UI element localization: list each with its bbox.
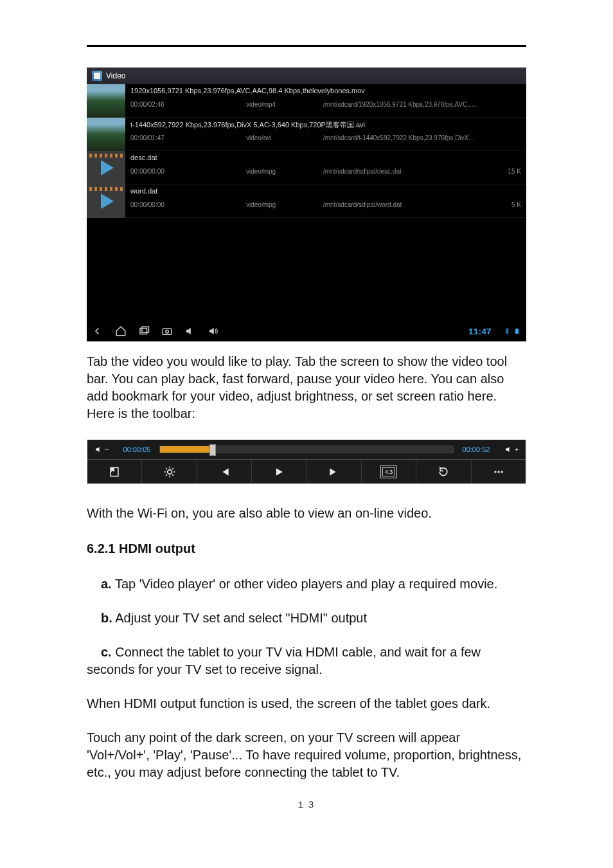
video-item[interactable]: word.dat 00:00/00:00 video/mpg /mnt/sdca… (87, 185, 526, 218)
battery-icon (513, 327, 521, 335)
aspect-ratio-button[interactable]: 4:3 (362, 460, 416, 484)
volume-minus-button[interactable]: − (89, 445, 114, 454)
video-thumbnail (87, 84, 125, 118)
video-item[interactable]: 1920x1056,9721 Kbps,23.976fps,AVC,AAC,98… (87, 84, 526, 118)
svg-rect-5 (517, 329, 518, 330)
video-app-screenshot: Video 1920x1056,9721 Kbps,23.976fps,AVC,… (87, 68, 526, 341)
section-title: 6.2.1 HDMI output (87, 541, 526, 556)
step-b: b. Adjust your TV set and select "HDMI" … (87, 610, 526, 627)
svg-rect-2 (163, 329, 172, 334)
page-number: １３ (87, 799, 526, 811)
brightness-button[interactable] (142, 460, 197, 484)
step-c: c. Connect the tablet to your TV via HDM… (87, 644, 526, 678)
system-navbar: 11:47 (87, 321, 526, 341)
play-button[interactable] (252, 460, 306, 484)
video-duration: 00:00/02:46 (130, 101, 246, 115)
video-thumbnail-generic (87, 185, 125, 218)
time-total: 00:00:52 (454, 446, 499, 453)
paragraph: With the Wi-Fi on, you are also able to … (87, 505, 526, 522)
next-button[interactable] (307, 460, 362, 484)
video-size: 5 K (476, 201, 521, 215)
seek-track[interactable] (159, 446, 454, 453)
video-size (476, 134, 521, 149)
horizontal-rule (87, 45, 526, 47)
video-item[interactable]: desc.dat 00:00/00:00 video/mpg /mnt/sdca… (87, 151, 526, 185)
video-size: 15 K (476, 168, 521, 182)
video-list: 1920x1056,9721 Kbps,23.976fps,AVC,AAC,98… (87, 84, 526, 218)
rotate-button[interactable] (416, 460, 471, 484)
volume-down-icon[interactable] (184, 325, 196, 337)
step-a: a. Tap 'Video player' or other video pla… (87, 575, 526, 593)
svg-rect-1 (142, 327, 149, 332)
volume-plus-button[interactable]: + (499, 445, 524, 454)
svg-point-7 (167, 469, 172, 474)
previous-button[interactable] (197, 460, 252, 484)
paragraph: Tab the video you would like to play. Ta… (87, 353, 526, 422)
video-thumbnail (87, 118, 125, 151)
recent-icon[interactable] (138, 325, 150, 337)
svg-point-3 (166, 330, 169, 334)
video-app-icon (92, 71, 102, 81)
video-type: video/mp4 (246, 101, 323, 115)
video-type: video/avi (246, 134, 323, 149)
status-clock: 11:47 (468, 327, 492, 336)
video-title: word.dat (130, 187, 521, 201)
video-title: 1920x1056,9721 Kbps,23.976fps,AVC,AAC,98… (130, 87, 521, 101)
video-path: /mnt/sdcard/sdlpal/word.dat (323, 201, 476, 215)
video-type: video/mpg (246, 168, 323, 182)
video-toolbar-screenshot: − 00:00:05 00:00:52 + (87, 439, 526, 484)
video-path: /mnt/sdcard/1920x1056,9721 Kbps,23.976fp… (323, 101, 476, 115)
time-current: 00:00:05 (114, 446, 159, 453)
video-duration: 00:00/01:47 (130, 134, 246, 149)
svg-rect-0 (140, 329, 147, 334)
video-thumbnail-generic (87, 151, 125, 185)
more-button[interactable] (472, 460, 526, 484)
video-path: /mnt/sdcard/sdlpal/desc.dat (323, 168, 476, 182)
video-title: desc.dat (130, 154, 521, 168)
app-header: Video (87, 68, 526, 84)
svg-point-8 (494, 471, 496, 473)
video-title: t-1440x592,7922 Kbps,23.976fps,DivX 5,AC… (130, 120, 521, 134)
seek-knob[interactable] (209, 444, 216, 456)
app-title: Video (106, 71, 125, 80)
video-duration: 00:00/00:00 (130, 201, 246, 215)
home-icon[interactable] (115, 325, 127, 337)
video-path: /mnt/sdcard/t-1440x592,7922 Kbps,23.976f… (323, 134, 476, 149)
video-duration: 00:00/00:00 (130, 168, 246, 182)
bluetooth-icon (503, 327, 511, 335)
video-type: video/mpg (246, 201, 323, 215)
svg-rect-4 (515, 329, 519, 334)
aspect-ratio-label: 4:3 (382, 467, 396, 476)
volume-up-icon[interactable] (208, 325, 219, 337)
camera-icon[interactable] (161, 325, 173, 337)
paragraph: Touch any point of the dark screen, on y… (87, 729, 526, 781)
back-icon[interactable] (92, 325, 103, 337)
svg-point-9 (497, 471, 499, 473)
video-size (476, 101, 521, 115)
paragraph: When HDMI output function is used, the s… (87, 695, 526, 712)
svg-point-10 (501, 471, 502, 473)
bookmark-button[interactable] (87, 460, 142, 484)
video-item[interactable]: t-1440x592,7922 Kbps,23.976fps,DivX 5,AC… (87, 118, 526, 151)
